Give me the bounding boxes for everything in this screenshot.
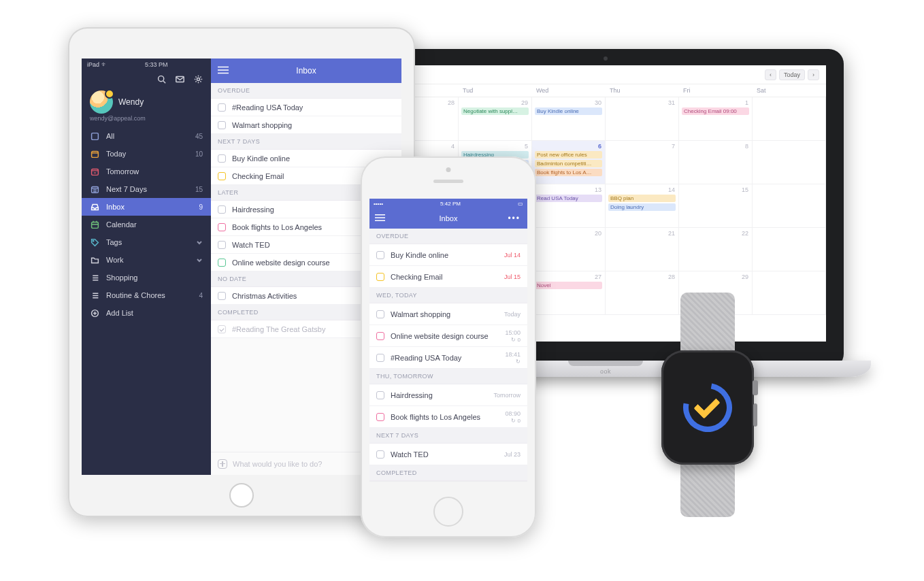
calendar-day[interactable]: 29Negotiate with suppl… (459, 97, 532, 141)
checkbox[interactable] (376, 391, 384, 399)
task-row[interactable]: Book flights to Los Angeles 08:90↻ 0 (369, 406, 527, 428)
calendar-event[interactable]: Novel (535, 282, 602, 289)
task-row[interactable]: Walmart shopping (211, 116, 401, 134)
calendar-day[interactable]: 1Checking Email 09:00 (679, 97, 753, 141)
sidebar-item-shopping[interactable]: Shopping (82, 269, 211, 286)
settings-icon[interactable] (194, 75, 203, 85)
sidebar-item-today[interactable]: Today 10 (82, 145, 211, 163)
calendar-day[interactable]: 8 (679, 141, 753, 184)
task-label: #Reading The Great Gatsby (232, 325, 325, 333)
checkbox[interactable] (218, 172, 226, 180)
calendar-day[interactable]: 31 (606, 97, 679, 141)
calendar-event[interactable]: Read USA Today (535, 195, 602, 202)
iphone-screen: ••••• 5:42 PM ▭ Inbox ••• OVERDUE Buy Ki… (369, 199, 527, 482)
checkbox[interactable] (376, 310, 384, 318)
calendar-event[interactable]: Post new office rules (535, 151, 602, 159)
iphone-task-list[interactable]: OVERDUE Buy Kindle online Jul 14 Checkin… (369, 229, 527, 481)
day-number: 20 (595, 230, 601, 237)
sidebar-item-work[interactable]: Work (82, 251, 211, 269)
calendar-day[interactable]: 15 (679, 184, 753, 228)
sidebar-item-label: Tags (106, 238, 122, 246)
status-left: iPad ᯤ (87, 61, 108, 68)
checkbox[interactable] (218, 259, 226, 267)
day-number: 28 (448, 99, 455, 106)
sidebar-item-calendar[interactable]: Calendar (82, 216, 211, 233)
calendar-event[interactable]: Buy Kindle online (535, 107, 602, 115)
iphone-home-button[interactable] (433, 497, 463, 527)
sidebar-item-next-7-days[interactable]: Next 7 Days 15 (82, 180, 211, 198)
watch-side-button[interactable] (753, 403, 757, 427)
sidebar-item-all[interactable]: All 45 (82, 127, 211, 145)
calendar-day[interactable] (753, 184, 826, 228)
calendar-event[interactable]: Book flights to Los A… (535, 169, 602, 176)
calendar-day[interactable]: 27Novel (532, 271, 606, 315)
sidebar-item-inbox[interactable]: Inbox 9 (82, 198, 211, 216)
menu-icon[interactable] (218, 66, 229, 76)
calendar-day[interactable]: 6Post new office rulesBadminton competit… (532, 141, 606, 184)
svg-point-0 (159, 76, 164, 82)
checkbox[interactable] (218, 154, 226, 163)
task-row[interactable]: Hairdressing Tomorrow (369, 384, 527, 406)
calendar-day[interactable] (753, 228, 826, 271)
calendar-day[interactable]: 7 (606, 141, 679, 184)
task-row[interactable]: Checking Email Jul 15 (369, 266, 527, 288)
more-icon[interactable]: ••• (508, 214, 521, 223)
task-row[interactable]: Buy Kindle online Jul 14 (369, 244, 527, 266)
calendar-day[interactable]: 20 (532, 228, 606, 271)
mail-icon[interactable] (176, 75, 184, 85)
calendar-day[interactable]: 21 (606, 228, 679, 271)
sidebar-profile[interactable]: Wendy (82, 86, 211, 115)
sidebar-item-tomorrow[interactable]: Tomorrow (82, 163, 211, 180)
calendar-day[interactable] (753, 97, 826, 141)
sidebar-item-label: Add List (106, 309, 133, 317)
calendar-event[interactable]: BBQ plan (608, 195, 676, 202)
section-header: OVERDUE (211, 83, 401, 99)
day-number: 6 (598, 143, 601, 150)
add-task-placeholder: What would you like to do? (233, 460, 322, 468)
calendar-event[interactable]: Badminton competiti… (535, 160, 602, 167)
calendar-event[interactable]: Doing laundry (608, 203, 676, 211)
ipad-home-button[interactable] (229, 483, 254, 508)
svg-rect-7 (91, 222, 98, 228)
search-icon[interactable] (157, 75, 166, 85)
sidebar-item-count: 15 (195, 186, 203, 193)
calendar-next-button[interactable]: › (808, 69, 819, 80)
iphone-add-task[interactable]: What would you like to do? (369, 481, 527, 482)
calendar-day[interactable]: 13Read USA Today (532, 184, 606, 228)
calendar-event[interactable]: Checking Email 09:00 (682, 107, 749, 115)
watch-crown[interactable] (753, 380, 758, 395)
checkbox[interactable] (376, 332, 384, 340)
checkbox[interactable] (218, 325, 226, 333)
all-icon (90, 131, 99, 141)
sidebar-item-label: Routine & Chores (106, 291, 165, 299)
checkbox[interactable] (376, 450, 384, 459)
menu-icon[interactable] (375, 214, 385, 223)
sidebar-item-add-list[interactable]: Add List (82, 304, 211, 322)
calendar-day[interactable] (753, 141, 826, 184)
calendar-event[interactable]: Negotiate with suppl… (461, 107, 529, 115)
checkbox[interactable] (218, 121, 226, 129)
task-row[interactable]: #Reading USA Today 18:41↻ (369, 347, 527, 369)
checkbox[interactable] (218, 205, 226, 214)
checkbox[interactable] (218, 241, 226, 249)
calendar-dow: Fri (679, 84, 753, 97)
sidebar-item-routine-chores[interactable]: Routine & Chores 4 (82, 286, 211, 304)
task-row[interactable]: Watch TED Jul 23 (369, 444, 527, 465)
calendar-day[interactable]: 30Buy Kindle online (532, 97, 606, 141)
calendar-day[interactable]: 22 (679, 228, 753, 271)
task-row[interactable]: Walmart shopping Today (369, 303, 527, 325)
task-row[interactable]: #Reading USA Today (211, 99, 401, 116)
checkbox[interactable] (376, 251, 384, 259)
calendar-day[interactable]: 14BBQ planDoing laundry (606, 184, 679, 228)
checkbox[interactable] (218, 292, 226, 300)
checkbox[interactable] (376, 354, 384, 362)
calendar-dow: Sat (753, 84, 826, 97)
checkbox[interactable] (218, 223, 226, 231)
task-row[interactable]: Online website design course 15:00↻ 0 (369, 325, 527, 347)
checkbox[interactable] (376, 273, 384, 281)
checkbox[interactable] (376, 413, 384, 421)
sidebar-item-tags[interactable]: Tags (82, 233, 211, 251)
calendar-prev-button[interactable]: ‹ (765, 69, 776, 80)
calendar-today-button[interactable]: Today (779, 69, 805, 80)
checkbox[interactable] (218, 103, 226, 112)
